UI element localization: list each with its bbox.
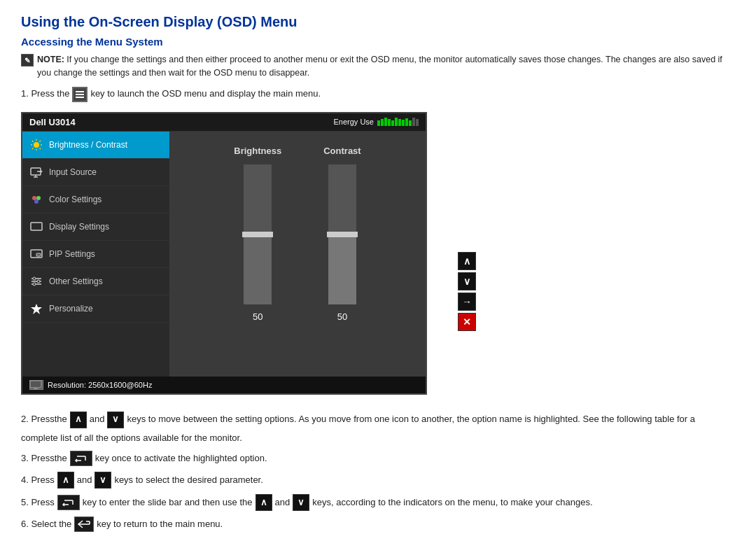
osd-menu-pip[interactable]: PIP Settings (22, 241, 169, 268)
section-subtitle: Accessing the Menu System (21, 36, 735, 48)
star-icon (29, 302, 43, 316)
contrast-control: Contrast 50 (323, 146, 360, 322)
up-arrow-key-s4[interactable]: ∧ (57, 472, 74, 489)
color-icon (29, 192, 43, 206)
enter-key-s5[interactable] (57, 495, 80, 510)
svg-point-14 (32, 196, 36, 200)
step-6: 6. Select the key to return to the main … (21, 517, 735, 532)
contrast-label: Contrast (323, 146, 360, 156)
back-key-s6[interactable] (74, 517, 94, 532)
step6-suffix: key to return to the main menu. (97, 517, 223, 532)
svg-line-6 (40, 148, 41, 149)
page-title: Using the On-Screen Display (OSD) Menu (21, 14, 735, 30)
note-icon: ✎ (21, 54, 34, 66)
other-icon (29, 274, 43, 288)
osd-menu-personalize-label: Personalize (49, 304, 93, 314)
step-3: 3. Pressthe key once to activate the hig… (21, 451, 735, 466)
brightness-icon (29, 138, 43, 152)
menu-key (72, 87, 88, 102)
step5-suffix: keys, according to the indicators on the… (312, 496, 592, 510)
contrast-slider[interactable] (328, 164, 356, 304)
step2-and: and (90, 412, 105, 427)
svg-point-0 (34, 142, 39, 148)
down-arrow-btn[interactable]: ∨ (458, 272, 476, 290)
down-arrow-key-s5[interactable]: ∨ (293, 494, 309, 511)
enter-key-s3[interactable] (70, 451, 92, 466)
down-arrow-key-s2[interactable]: ∨ (107, 412, 124, 428)
step-1: 1. Press the key to launch the OSD menu … (21, 87, 735, 102)
step1-suffix: key to launch the OSD menu and display t… (90, 87, 321, 101)
up-arrow-key-s2[interactable]: ∧ (70, 412, 87, 428)
note-text: NOTE: If you change the settings and the… (37, 53, 735, 80)
arrow-buttons-panel: ∧ ∨ → ✕ (458, 252, 476, 331)
osd-footer: Resolution: 2560x1600@60Hz (22, 377, 426, 393)
step2-suffix2: complete list of all the options availab… (21, 431, 242, 446)
osd-menu-pip-label: PIP Settings (49, 249, 95, 259)
brightness-control: Brightness 50 (234, 146, 281, 322)
step6-prefix: 6. Select the (21, 517, 71, 532)
energy-bars-visual (377, 118, 419, 126)
svg-rect-27 (30, 381, 41, 388)
step5-and: and (275, 496, 290, 510)
svg-marker-26 (31, 304, 42, 314)
osd-screen: Dell U3014 Energy Use (21, 112, 427, 395)
right-arrow-btn[interactable]: → (458, 293, 476, 311)
input-icon (29, 165, 43, 179)
up-arrow-key-s5[interactable]: ∧ (255, 494, 272, 511)
osd-menu-input-label: Input Source (49, 167, 97, 177)
step-4: 4. Press ∧ and ∨ keys to select the desi… (21, 472, 735, 489)
step4-prefix: 4. Press (21, 473, 55, 488)
brightness-value: 50 (253, 311, 262, 322)
svg-line-7 (40, 141, 41, 142)
osd-menu-other[interactable]: Other Settings (22, 268, 169, 295)
step-5: 5. Press key to enter the slide bar and … (21, 494, 735, 511)
step1-prefix: 1. Press the (21, 87, 69, 101)
step3-prefix: 3. Pressthe (21, 451, 67, 466)
resolution-text: Resolution: 2560x1600@60Hz (48, 381, 152, 389)
steps-section: 2. Pressthe ∧ and ∨ keys to move between… (21, 412, 735, 533)
step4-and: and (77, 473, 92, 488)
svg-point-15 (36, 196, 41, 200)
svg-marker-13 (41, 170, 43, 173)
step2-suffix: keys to move between the setting options… (127, 412, 695, 427)
step5-prefix: 5. Press (21, 496, 55, 510)
step4-suffix: keys to select the desired parameter. (114, 473, 262, 488)
back-btn-panel[interactable]: ✕ (458, 313, 476, 331)
osd-container: Dell U3014 Energy Use (21, 112, 427, 395)
osd-menu-display[interactable]: Display Settings (22, 213, 169, 241)
svg-rect-19 (36, 253, 41, 256)
energy-label: Energy Use (334, 118, 374, 126)
note-block: ✎ NOTE: If you change the settings and t… (21, 53, 735, 80)
osd-menu-other-label: Other Settings (49, 276, 103, 286)
svg-point-16 (34, 199, 38, 204)
svg-point-23 (33, 277, 36, 280)
osd-header: Dell U3014 Energy Use (22, 113, 426, 132)
contrast-value: 50 (337, 311, 347, 322)
svg-point-25 (33, 283, 36, 286)
step3-suffix: key once to activate the highlighted opt… (95, 451, 267, 466)
step5-mid: key to enter the slide bar and then use … (83, 496, 253, 510)
osd-menu-input[interactable]: Input Source (22, 159, 169, 186)
brightness-slider[interactable] (244, 164, 272, 304)
resolution-icon (29, 380, 43, 390)
display-icon (29, 220, 43, 234)
svg-point-24 (37, 280, 40, 283)
svg-line-8 (32, 148, 34, 149)
osd-menu-display-label: Display Settings (49, 222, 109, 232)
osd-sidebar: Brightness / Contrast Input Source (22, 132, 169, 377)
osd-menu-personalize[interactable]: Personalize (22, 295, 169, 323)
step2-prefix: 2. Pressthe (21, 412, 67, 427)
osd-menu-color[interactable]: Color Settings (22, 186, 169, 213)
pip-icon (29, 247, 43, 261)
osd-body: Brightness / Contrast Input Source (22, 132, 426, 377)
svg-rect-17 (31, 223, 42, 230)
brightness-label: Brightness (234, 146, 281, 156)
osd-controls: Brightness 50 Contrast (234, 139, 360, 370)
up-arrow-btn[interactable]: ∧ (458, 252, 476, 270)
osd-main-content: Brightness 50 Contrast (169, 132, 426, 377)
svg-line-5 (32, 141, 34, 142)
osd-brand: Dell U3014 (29, 117, 76, 127)
energy-bar: Energy Use (334, 118, 419, 126)
osd-menu-brightness[interactable]: Brightness / Contrast (22, 132, 169, 159)
down-arrow-key-s4[interactable]: ∨ (94, 472, 111, 489)
